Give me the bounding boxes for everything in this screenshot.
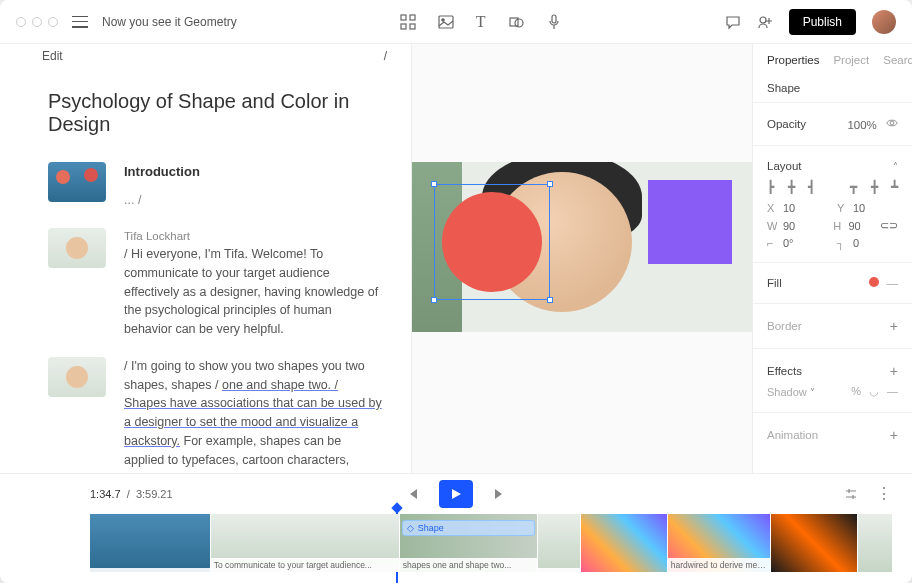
clip-thumbnail[interactable]	[48, 357, 106, 397]
total-time: 3:59.21	[136, 488, 173, 500]
transport-bar: 1:34.7 / 3:59.21 ⋮	[0, 474, 912, 514]
timeline-clip[interactable]: To communicate to your target audience..…	[211, 514, 399, 572]
publish-button[interactable]: Publish	[789, 9, 856, 35]
canvas-pane	[412, 44, 752, 473]
clip-thumbnail[interactable]	[48, 228, 106, 268]
svg-rect-2	[401, 24, 406, 29]
transcript-text[interactable]: / I'm going to show you two shapes you t…	[124, 357, 383, 473]
h-input[interactable]: 90	[848, 220, 874, 232]
align-center-v-icon[interactable]: ╋	[871, 180, 878, 194]
text-icon[interactable]: T	[476, 13, 486, 31]
edit-row: Edit /	[0, 44, 411, 68]
timeline-clip[interactable]: hardwired to derive meaning from shapes,…	[668, 514, 771, 572]
purple-square-shape[interactable]	[648, 180, 732, 264]
timeline-clip[interactable]	[538, 514, 581, 572]
opacity-label: Opacity	[767, 118, 806, 130]
title-bar: Now you see it Geometry T Publish	[0, 0, 912, 44]
share-icon[interactable]	[757, 14, 773, 30]
timeline-clip[interactable]	[90, 514, 210, 572]
doc-heading: Psychology of Shape and Color in Design	[48, 90, 383, 136]
add-border-icon[interactable]: +	[890, 318, 898, 334]
x-input[interactable]: 10	[783, 202, 811, 214]
timeline[interactable]: To communicate to your target audience..…	[0, 514, 912, 583]
tab-search[interactable]: Search	[883, 54, 912, 66]
svg-rect-8	[552, 15, 556, 23]
skip-forward-icon[interactable]	[493, 487, 507, 501]
slash-indicator: /	[384, 49, 387, 63]
lock-aspect-icon[interactable]: ⊂⊃	[880, 219, 898, 232]
shape-overlay-tag[interactable]: ◇Shape	[402, 520, 535, 536]
align-bottom-icon[interactable]: ┻	[891, 180, 898, 194]
video-canvas[interactable]	[412, 162, 752, 332]
user-avatar[interactable]	[872, 10, 896, 34]
animation-label: Animation	[767, 429, 818, 441]
shadow-label[interactable]: Shadow ˅	[767, 386, 815, 398]
align-top-icon[interactable]: ┳	[850, 180, 857, 194]
layout-section: Layout ˄ ┣ ╋ ┫ ┳ ╋ ┻ X10 Y10	[753, 145, 912, 262]
align-icons: ┣ ╋ ┫ ┳ ╋ ┻	[767, 180, 898, 194]
align-center-h-icon[interactable]: ╋	[788, 180, 795, 194]
shadow-toggle-icon[interactable]: ◡	[869, 385, 879, 398]
effects-section: Effects + Shadow ˅ % ◡ —	[753, 348, 912, 412]
rotation-input[interactable]: 0°	[783, 237, 811, 249]
close-dot[interactable]	[16, 17, 26, 27]
timeline-clip[interactable]	[581, 514, 666, 572]
animation-section: Animation +	[753, 412, 912, 457]
comment-icon[interactable]	[725, 14, 741, 30]
chevron-up-icon[interactable]: ˄	[893, 161, 898, 172]
document-body[interactable]: Psychology of Shape and Color in Design …	[0, 68, 411, 473]
align-right-icon[interactable]: ┫	[808, 180, 815, 194]
section-heading: Introduction	[124, 162, 383, 182]
fill-color-swatch[interactable]	[869, 277, 879, 287]
remove-shadow-icon[interactable]: —	[887, 385, 898, 398]
clip-thumbnail[interactable]	[48, 162, 106, 202]
current-time: 1:34.7	[90, 488, 121, 500]
speaker-name: Tifa Lockhart	[124, 228, 383, 245]
mic-icon[interactable]	[546, 14, 562, 30]
edit-label[interactable]: Edit	[42, 49, 63, 63]
selection-box[interactable]	[434, 184, 550, 300]
y-input[interactable]: 10	[853, 202, 881, 214]
shape-icon[interactable]	[508, 14, 524, 30]
effects-label: Effects	[767, 365, 802, 377]
w-input[interactable]: 90	[783, 220, 809, 232]
tab-project[interactable]: Project	[833, 54, 869, 66]
corner-input[interactable]: 0	[853, 237, 881, 249]
time-display: 1:34.7 / 3:59.21	[90, 488, 173, 500]
shadow-pct-icon[interactable]: %	[851, 385, 861, 398]
visibility-icon[interactable]	[886, 119, 898, 131]
grid-icon[interactable]	[400, 14, 416, 30]
add-effect-icon[interactable]: +	[890, 363, 898, 379]
align-left-icon[interactable]: ┣	[767, 180, 774, 194]
remove-fill-icon[interactable]: —	[887, 277, 899, 289]
timeline-clip[interactable]	[858, 514, 892, 572]
script-row: Tifa Lockhart / Hi everyone, I'm Tifa. W…	[48, 228, 383, 339]
border-label: Border	[767, 320, 802, 332]
minimize-dot[interactable]	[32, 17, 42, 27]
layout-label: Layout	[767, 160, 802, 172]
timeline-clip[interactable]: ◇Shape shapes one and shape two...	[400, 514, 537, 572]
add-animation-icon[interactable]: +	[890, 427, 898, 443]
border-section: Border +	[753, 303, 912, 348]
play-button[interactable]	[439, 480, 473, 508]
timeline-settings-icon[interactable]	[844, 487, 858, 501]
skip-back-icon[interactable]	[405, 487, 419, 501]
footer: 1:34.7 / 3:59.21 ⋮ To communicate to you…	[0, 473, 912, 583]
document-title[interactable]: Now you see it Geometry	[102, 15, 237, 29]
menu-icon[interactable]	[72, 16, 88, 28]
right-toolbar: Publish	[725, 9, 896, 35]
opacity-value[interactable]: 100%	[847, 119, 876, 131]
window-controls[interactable]	[16, 17, 58, 27]
fill-label: Fill	[767, 277, 782, 289]
svg-point-7	[515, 19, 523, 27]
timeline-clip[interactable]	[771, 514, 856, 572]
zoom-dot[interactable]	[48, 17, 58, 27]
more-icon[interactable]: ⋮	[876, 487, 892, 501]
tab-properties[interactable]: Properties	[767, 54, 819, 66]
image-icon[interactable]	[438, 14, 454, 30]
properties-pane: Properties Project Search Shape Opacity …	[752, 44, 912, 473]
svg-rect-0	[401, 15, 406, 20]
script-row: Introduction ... /	[48, 162, 383, 210]
transcript-text[interactable]: / Hi everyone, I'm Tifa. Welcome! To com…	[124, 245, 383, 339]
svg-rect-3	[410, 24, 415, 29]
